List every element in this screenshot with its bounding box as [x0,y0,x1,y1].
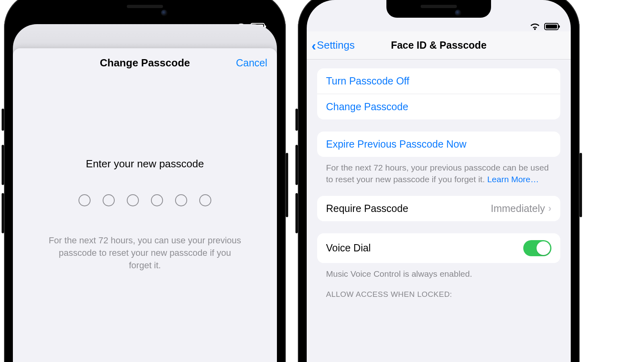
volume-up-button [2,145,4,185]
require-passcode-value: Immediately [491,203,545,214]
notch [386,0,491,18]
passcode-dot [78,194,91,206]
phone-mockup-right: ‹ Settings Face ID & Passcode Turn Passc… [298,0,580,362]
sheet-title: Change Passcode [100,57,190,69]
navigation-bar: ‹ Settings Face ID & Passcode [307,31,571,60]
settings-list[interactable]: Turn Passcode Off Change Passcode Expire… [307,60,571,302]
passcode-input[interactable] [13,194,277,206]
status-bar [307,0,571,16]
expire-previous-passcode-button[interactable]: Expire Previous Passcode Now [317,132,560,157]
speaker-grille [127,5,163,8]
require-passcode-row[interactable]: Require Passcode Immediately › [317,196,560,221]
phone-mockup-left: Change Passcode Cancel Enter your new pa… [4,0,286,362]
volume-up-button [295,145,298,185]
allow-access-header: ALLOW ACCESS WHEN LOCKED: [317,290,560,302]
wifi-icon [530,23,540,31]
front-camera [455,10,461,16]
status-indicators [530,23,559,31]
require-passcode-label: Require Passcode [326,203,408,214]
side-button [286,153,288,217]
front-camera [161,10,167,16]
turn-passcode-off-button[interactable]: Turn Passcode Off [317,68,560,94]
learn-more-link[interactable]: Learn More… [487,175,539,184]
battery-icon [544,23,559,30]
expire-passcode-group: Expire Previous Passcode Now [317,132,560,157]
expire-footer: For the next 72 hours, your previous pas… [317,162,560,196]
back-label: Settings [317,39,355,51]
passcode-actions-group: Turn Passcode Off Change Passcode [317,68,560,119]
require-passcode-group: Require Passcode Immediately › [317,196,560,221]
passcode-dot [199,194,211,206]
page-title: Face ID & Passcode [391,39,487,51]
voice-dial-row: Voice Dial [317,233,560,263]
chevron-left-icon: ‹ [312,39,316,52]
voice-dial-label: Voice Dial [326,242,371,254]
mute-switch [2,109,4,131]
side-button [580,153,582,217]
change-passcode-sheet: Change Passcode Cancel Enter your new pa… [13,48,277,362]
voice-dial-footer: Music Voice Control is always enabled. [317,268,560,290]
cancel-button[interactable]: Cancel [236,57,267,69]
chevron-right-icon: › [548,203,551,214]
speaker-grille [421,5,457,8]
notch [93,0,197,18]
passcode-hint: For the next 72 hours, you can use your … [46,234,244,272]
status-bar [13,0,277,24]
back-button[interactable]: ‹ Settings [312,39,355,52]
passcode-dot [175,194,187,206]
change-passcode-button[interactable]: Change Passcode [317,94,560,119]
volume-down-button [295,193,298,233]
passcode-dot [151,194,163,206]
passcode-dot [127,194,139,206]
volume-down-button [2,193,4,233]
voice-dial-group: Voice Dial [317,233,560,263]
passcode-dot [103,194,115,206]
passcode-prompt: Enter your new passcode [13,158,277,170]
mute-switch [295,109,298,131]
voice-dial-toggle[interactable] [523,240,551,256]
